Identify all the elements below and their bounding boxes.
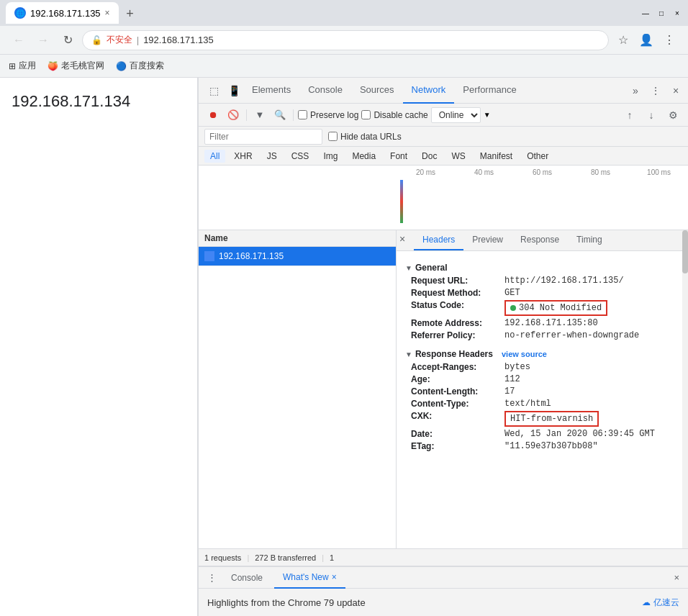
bottom-dots-menu[interactable]: ⋮ (204, 572, 219, 583)
bookmark-button[interactable]: ☆ (613, 30, 633, 50)
logo-text: 亿速云 (653, 597, 679, 609)
devtools-inspect-icon[interactable]: ⬚ (204, 81, 223, 100)
referrer-policy-value: no-referrer-when-downgrade (504, 330, 639, 340)
devtools-close-button[interactable]: × (666, 81, 685, 100)
browser-tab[interactable]: 🌐 192.168.171.135 × (6, 2, 119, 24)
bottom-tab-close[interactable]: × (332, 572, 337, 582)
type-other[interactable]: Other (521, 150, 554, 163)
detail-tab-preview[interactable]: Preview (463, 230, 512, 250)
status-code-row: Status Code: 304 Not Modified (405, 300, 679, 316)
back-button[interactable]: ← (9, 30, 29, 50)
timeline-labels: 20 ms 40 ms 60 ms 80 ms 100 ms (397, 168, 688, 176)
bottom-tab-console[interactable]: Console (222, 567, 271, 589)
bookmark-laomeitao[interactable]: 🍑 老毛桃官网 (47, 60, 104, 72)
title-bar: 🌐 192.168.171.135 × + — □ × (0, 0, 688, 26)
timeline-label-100: 100 ms (630, 168, 688, 176)
import-button[interactable]: ↑ (620, 106, 639, 124)
detail-tab-headers[interactable]: Headers (414, 230, 463, 250)
tab-console[interactable]: Console (299, 78, 351, 104)
view-source-link[interactable]: view source (502, 350, 547, 358)
status-code-key: Status Code: (411, 300, 504, 316)
account-button[interactable]: 👤 (636, 30, 656, 50)
bookmark-apps[interactable]: ⊞ 应用 (9, 60, 36, 72)
type-css[interactable]: CSS (286, 150, 315, 163)
devtools-dots-menu[interactable]: ⋮ (646, 81, 665, 100)
disable-cache-input[interactable] (361, 110, 371, 119)
clear-button[interactable]: 🚫 (225, 107, 242, 124)
preserve-log-label: Preserve log (310, 110, 358, 120)
remote-address-value: 192.168.171.135:80 (504, 318, 598, 328)
filter-icon-button[interactable]: ▼ (251, 107, 268, 124)
type-doc[interactable]: Doc (416, 150, 443, 163)
type-ws[interactable]: WS (445, 150, 471, 163)
devtools-more-tabs: » ⋮ × (626, 81, 685, 100)
details-close-button[interactable]: × (399, 233, 405, 245)
main-area: 192.168.171.134 ⬚ 📱 Elements Console Sou… (0, 78, 688, 616)
etag-key: ETag: (411, 441, 504, 451)
network-settings-button[interactable]: ⚙ (664, 106, 682, 124)
type-xhr[interactable]: XHR (228, 150, 258, 163)
bottom-panel-close[interactable]: × (671, 572, 682, 583)
search-button[interactable]: 🔍 (271, 107, 289, 124)
preserve-log-input[interactable] (298, 110, 307, 119)
tab-network[interactable]: Network (403, 78, 455, 104)
tab-favicon: 🌐 (14, 7, 26, 19)
forward-button[interactable]: → (33, 30, 53, 50)
status-code-badge: 304 Not Modified (504, 300, 607, 316)
tab-performance[interactable]: Performance (454, 78, 525, 104)
reload-button[interactable]: ↻ (58, 30, 78, 50)
type-media[interactable]: Media (346, 150, 381, 163)
export-button[interactable]: ↓ (642, 106, 661, 124)
header-etag: ETag: "11.59e37b307bb08" (405, 441, 679, 451)
navigation-bar: ← → ↻ 🔓 不安全 | 192.168.171.135 ☆ 👤 ⋮ (0, 26, 688, 55)
disable-cache-checkbox[interactable]: Disable cache (361, 110, 427, 120)
type-js[interactable]: JS (261, 150, 283, 163)
bottom-panel: ⋮ Console What's New × × Highlights from… (199, 566, 688, 616)
tab-sources[interactable]: Sources (351, 78, 403, 104)
menu-button[interactable]: ⋮ (659, 30, 679, 50)
maximize-button[interactable]: □ (656, 8, 666, 18)
type-manifest[interactable]: Manifest (474, 150, 518, 163)
tab-close-button[interactable]: × (105, 8, 110, 18)
referrer-policy-key: Referrer Policy: (411, 330, 504, 340)
header-age: Age: 112 (405, 374, 679, 384)
new-tab-button[interactable]: + (120, 4, 140, 24)
close-button[interactable]: × (672, 8, 682, 18)
timeline-request-bar (400, 180, 403, 223)
status-dot-icon (510, 305, 516, 311)
devtools-device-icon[interactable]: 📱 (225, 81, 243, 100)
hide-data-urls-input[interactable] (328, 132, 338, 141)
type-img[interactable]: Img (317, 150, 343, 163)
detail-tab-timing[interactable]: Timing (568, 230, 611, 250)
more-tabs-button[interactable]: » (626, 81, 645, 100)
type-font[interactable]: Font (384, 150, 413, 163)
filter-input[interactable] (204, 129, 322, 145)
referrer-policy-row: Referrer Policy: no-referrer-when-downgr… (405, 330, 679, 340)
bottom-tab-whats-new[interactable]: What's New × (274, 567, 345, 589)
hide-data-urls-checkbox[interactable]: Hide data URLs (328, 132, 402, 142)
type-all[interactable]: All (204, 150, 225, 163)
throttle-select[interactable]: Online (431, 107, 481, 123)
header-date: Date: Wed, 15 Jan 2020 06:39:45 GMT (405, 429, 679, 439)
address-bar[interactable]: 🔓 不安全 | 192.168.171.135 (82, 30, 609, 50)
vertical-scrollbar[interactable] (682, 230, 688, 548)
record-button[interactable]: ⏺ (204, 107, 222, 124)
resources-count: 1 (330, 553, 334, 562)
toolbar-sep-2 (293, 109, 294, 121)
cxk-value-badge: HIT-from-varnish (504, 411, 599, 427)
hide-data-urls-label: Hide data URLs (340, 132, 402, 142)
tab-elements[interactable]: Elements (243, 78, 299, 104)
preserve-log-checkbox[interactable]: Preserve log (298, 110, 358, 120)
toolbar-right: ↑ ↓ ⚙ (620, 106, 682, 124)
detail-tab-response[interactable]: Response (512, 230, 568, 250)
content-length-key: Content-Length: (411, 386, 504, 397)
scrollbar-thumb[interactable] (682, 230, 688, 273)
baidu-label: 百度搜索 (130, 60, 164, 72)
logo-icon: ☁ (642, 597, 651, 607)
page-ip-display: 192.168.171.134 (12, 92, 130, 110)
etag-value: "11.59e37b307bb08" (504, 441, 598, 451)
bookmark-baidu[interactable]: 🔵 百度搜索 (116, 60, 164, 72)
minimize-button[interactable]: — (641, 8, 651, 18)
bottom-tabs: ⋮ Console What's New × × (199, 567, 688, 589)
request-item-0[interactable]: 192.168.171.135 (199, 247, 396, 266)
